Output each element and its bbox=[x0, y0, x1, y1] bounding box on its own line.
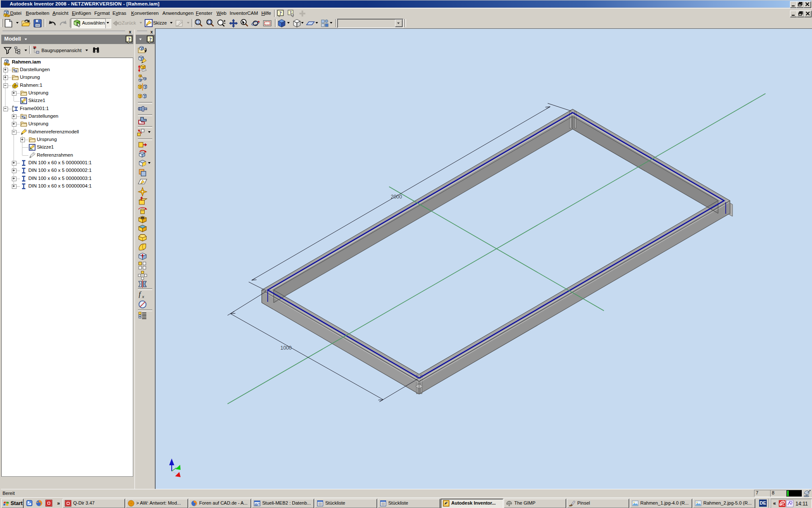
svg-text:x: x bbox=[142, 294, 144, 299]
svg-text:?: ? bbox=[149, 36, 152, 42]
svg-text:?: ? bbox=[279, 10, 282, 16]
svg-text:?: ? bbox=[128, 36, 131, 42]
svg-text:f: f bbox=[139, 290, 142, 298]
svg-text:2000: 2000 bbox=[391, 194, 402, 200]
svg-text:1000: 1000 bbox=[280, 345, 292, 351]
